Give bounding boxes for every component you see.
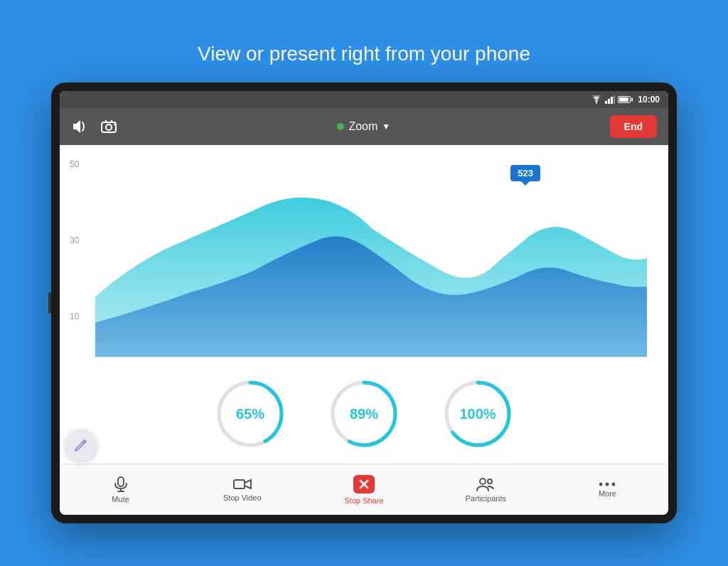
green-dot — [337, 123, 344, 130]
svg-rect-13 — [118, 477, 124, 486]
svg-point-23 — [612, 482, 616, 486]
svg-point-19 — [480, 479, 486, 484]
stop-share-icon — [353, 475, 375, 493]
speaker-icon — [71, 119, 88, 134]
metrics-row: 65% 89% 100% — [60, 364, 668, 464]
time-display: 10:00 — [638, 95, 660, 105]
svg-rect-2 — [608, 99, 610, 104]
end-button[interactable]: End — [610, 115, 657, 138]
metric-value-1: 65% — [236, 406, 264, 422]
camera-flip-button[interactable] — [100, 119, 118, 134]
metric-value-3: 100% — [459, 406, 496, 422]
metric-circle-3: 100% — [442, 378, 513, 449]
page-title: View or present right from your phone — [198, 43, 530, 65]
top-bar-left — [71, 119, 118, 134]
wifi-icon — [591, 95, 602, 104]
participants-icon — [476, 477, 496, 491]
speaker-button[interactable] — [71, 119, 88, 134]
battery-icon — [618, 96, 631, 103]
y-label-50: 50 — [70, 159, 79, 169]
y-label-30: 30 — [70, 235, 79, 245]
svg-rect-4 — [614, 95, 615, 104]
y-label-10: 10 — [70, 311, 79, 321]
chart-tooltip: 523 — [510, 165, 540, 181]
signal-icon — [605, 95, 615, 104]
bottom-toolbar: Mute Stop Video — [60, 464, 668, 515]
svg-rect-1 — [605, 101, 607, 104]
metric-circle-1: 65% — [215, 378, 286, 449]
svg-point-6 — [106, 124, 112, 130]
metric-circle-2: 89% — [328, 378, 400, 449]
tablet-screen: 10:00 — [60, 91, 668, 515]
mute-button[interactable]: Mute — [60, 464, 181, 515]
svg-point-21 — [599, 482, 603, 486]
pencil-icon — [74, 438, 88, 452]
more-button[interactable]: More — [547, 464, 668, 515]
chart-svg — [95, 159, 647, 357]
mute-icon — [113, 476, 129, 492]
chart-area: 50 30 10 523 — [60, 145, 668, 364]
participants-button[interactable]: Participants — [425, 464, 547, 515]
more-label: More — [599, 489, 616, 498]
more-icon — [599, 482, 615, 486]
status-bar: 10:00 — [60, 91, 668, 108]
stop-video-button[interactable]: Stop Video — [181, 464, 303, 515]
status-icons: 10:00 — [591, 95, 660, 105]
side-button — [48, 292, 51, 314]
stop-video-label: Stop Video — [223, 493, 262, 502]
svg-point-20 — [488, 479, 492, 484]
chevron-down-icon: ▼ — [382, 122, 390, 132]
participants-label: Participants — [465, 494, 505, 503]
y-axis-labels: 50 30 10 — [70, 159, 79, 321]
camera-flip-icon — [100, 119, 118, 134]
metric-value-2: 89% — [350, 406, 378, 422]
video-icon — [233, 478, 252, 491]
svg-point-22 — [606, 482, 609, 486]
fab-annotate-button[interactable] — [65, 429, 97, 461]
stop-share-label: Stop Share — [344, 496, 383, 505]
mute-label: Mute — [112, 495, 129, 503]
zoom-label: Zoom ▼ — [337, 120, 390, 133]
tablet-device: 10:00 — [51, 82, 677, 523]
top-bar: Zoom ▼ End — [60, 108, 668, 145]
svg-rect-3 — [611, 97, 613, 104]
stop-share-button[interactable]: Stop Share — [303, 464, 424, 515]
svg-rect-16 — [234, 480, 245, 488]
top-bar-center: Zoom ▼ — [118, 120, 610, 133]
svg-point-0 — [596, 103, 597, 105]
